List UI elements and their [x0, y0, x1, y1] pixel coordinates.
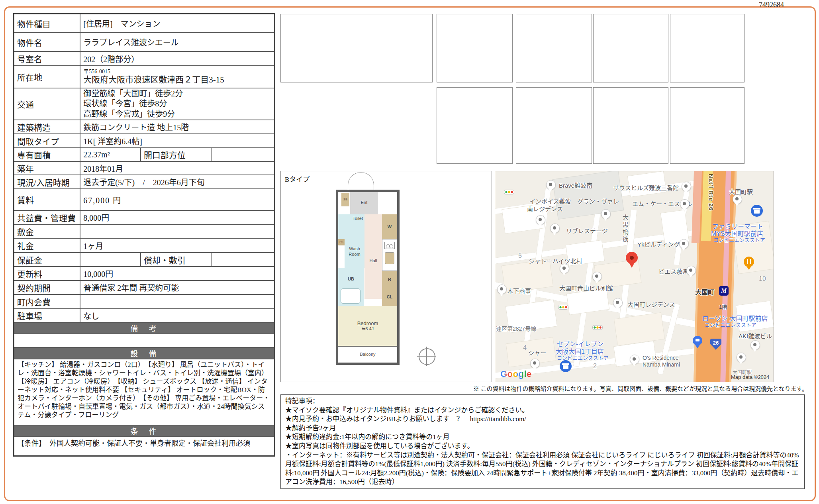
- room-kitchen: [382, 239, 397, 271]
- map-label: 大黒橋筋: [621, 214, 629, 243]
- map-building: [553, 171, 624, 220]
- kitchen-sink-icon: [385, 252, 394, 264]
- room-bedroom: Bedroom ≒6.4J: [338, 306, 397, 346]
- map-label: 木下商事: [507, 286, 531, 295]
- map-pin-light: [592, 325, 603, 330]
- map-label: 4: [523, 344, 527, 351]
- entrance-door-arc: [348, 172, 374, 190]
- photo-placeholder: [437, 14, 513, 82]
- equipment-header-row: 設 備: [14, 347, 275, 359]
- row-common-fee: 共益費・管理費 8,000円: [14, 210, 275, 224]
- map-pin-gray: [686, 266, 696, 275]
- row-property-name: 物件名 ララプレイス難波シエール: [14, 33, 275, 51]
- map-label: グラン・ヴァレ: [577, 197, 619, 205]
- map-pin-light: [504, 190, 514, 194]
- map-label: 速区第2827号線: [496, 324, 536, 332]
- map-label: 1階: [719, 303, 727, 310]
- map-label: Brave難波南: [559, 181, 592, 189]
- room-pipe-space: PS: [338, 239, 345, 245]
- floorplan-drawing: SB Ent Toilet W PS Wash Room Hall UB R C…: [336, 190, 400, 365]
- map-pin-gray: [546, 180, 556, 190]
- row-room-number: 号室名 202（2階部分）: [14, 51, 275, 66]
- photo-placeholder: [593, 14, 668, 82]
- notes-line: ★マイソク要確認『オリジナル物件資料』またはイタンジからご確認ください。: [285, 406, 800, 415]
- address-text: 大阪府大阪市浪速区敷津西２丁目3-15: [83, 75, 271, 85]
- map-disclaimer: ※ この資料は物件の概略紹介資料になります。写真、間取図面、設備、概要などが現況…: [280, 384, 808, 392]
- floorplan-type-label: Bタイプ: [285, 174, 310, 184]
- document-number: 7492684: [759, 1, 784, 9]
- map-label: シャー: [528, 348, 546, 357]
- row-parking: 駐車場 なし: [14, 309, 275, 322]
- map-pin-gray: [536, 215, 545, 225]
- google-logo: Google: [500, 369, 532, 379]
- bedroom-size: ≒6.4J: [338, 326, 397, 331]
- map-label: シャトーハイツ北村: [529, 257, 582, 265]
- compass-icon: [419, 348, 435, 365]
- map-pin-gray: [680, 199, 690, 209]
- map-label: 大国町青山ビル別館: [559, 284, 613, 292]
- map-label: 5: [518, 252, 522, 259]
- row-guarantee: 保証金 償却・敷引: [14, 253, 275, 267]
- room-washer: W: [382, 214, 397, 239]
- map-pin-gray: [682, 182, 691, 191]
- map-label: Nat'l Rte 26: [708, 174, 715, 211]
- map-building: [566, 288, 610, 315]
- row-neighborhood-fee: 町内会費: [14, 294, 275, 309]
- map-pin-metro: M: [719, 286, 729, 296]
- map-canvas: Google Map data ©2024 Brave難波南サウスヒルズ難波三番…: [495, 171, 774, 382]
- map-label: コンビニエンスストア: [713, 236, 765, 243]
- remarks-row: [14, 334, 275, 347]
- special-notes-box: 特記事項： ★マイソク要確認『オリジナル物件資料』またはイタンジからご確認くださ…: [280, 394, 805, 489]
- property-table: 物件種目 [住居用] マンション 物件名 ララプレイス難波シエール 号室名 20…: [13, 13, 275, 457]
- remarks-header-row: 備 考: [14, 322, 275, 334]
- map-label: 大国町駅: [729, 187, 753, 196]
- notes-line: ★解約予告2ヶ月: [285, 424, 800, 433]
- map-pin-gray: [550, 224, 560, 233]
- map-label: 大国町: [695, 287, 714, 296]
- map-pin-gray: [679, 239, 689, 249]
- conditions-row: 【条件】 外国人契約可能・保証人不要・単身者限定・保証会社利用必須: [14, 437, 275, 456]
- map-pin-gray: [592, 272, 602, 281]
- map-pin-gray: [601, 209, 611, 219]
- room-shoebox: SB: [341, 193, 349, 206]
- map-pin-gray: [737, 353, 746, 362]
- map-label: AKI難波ビル: [739, 331, 772, 340]
- row-area: 専有面積 22.37m² 開口部方位: [14, 148, 275, 161]
- row-rent: 賃料 67,000 円: [14, 189, 275, 210]
- row-deposit: 敷金: [14, 224, 275, 238]
- map-label: ビエス敷津: [658, 267, 688, 275]
- map-pin-light: [558, 305, 568, 310]
- map-label: インボイス難波: [529, 197, 571, 205]
- stove-icon: [384, 242, 395, 249]
- photo-placeholder: [280, 14, 433, 82]
- map-label: 南レジデンス: [527, 204, 563, 213]
- room-hall: Hall: [364, 214, 382, 299]
- map-label: コンビニエンスストア: [705, 321, 756, 328]
- row-layout-type: 間取タイプ 1K[ 洋室約6.4帖]: [14, 134, 275, 148]
- notes-line: ★室内写真は同物件別部屋を使用している場合がございます。: [285, 442, 800, 451]
- row-structure: 建築構造 鉄筋コンクリート造 地上15階: [14, 120, 275, 134]
- map-label: O's Residence: [643, 355, 679, 361]
- row-status: 現況/入居時期 退去予定(5/下) / 2026年6月下旬: [14, 175, 275, 189]
- map-pin-store: [751, 205, 763, 217]
- map-pin-gray: [530, 359, 540, 368]
- photo-placeholder: [670, 14, 745, 82]
- map-pin-gray: [497, 284, 507, 294]
- notes-line: ★内見予約・お申込みはイタンジBBよりお願いします ？ https://itan…: [285, 415, 800, 424]
- row-built-year: 築年 2018年01月: [14, 161, 275, 175]
- map-pin-store: [560, 360, 572, 372]
- room-balcony: Balcony: [338, 346, 397, 363]
- map-label: 2: [593, 363, 597, 370]
- notes-line: ★短期解約違約金:1年以内の解約につき賃料等の1ヶ月: [285, 433, 800, 442]
- notes-line: 特記事項：: [285, 397, 800, 406]
- map-pin-gray: [630, 355, 639, 364]
- row-address: 所在地 〒556-0015 大阪府大阪市浪速区敷津西２丁目3-15: [14, 66, 275, 88]
- row-renewal-fee: 更新料 10,000円: [14, 267, 275, 280]
- map-pin-bluepin: [693, 336, 702, 345]
- postal-code: 〒556-0015: [83, 69, 271, 75]
- map-pin-gray: [733, 194, 742, 204]
- row-contract-term: 契約期間 普通借家 2年間 再契約可能: [14, 280, 275, 294]
- room-toilet: Toilet: [338, 214, 364, 239]
- notes-line: ・インターネット：※有料サービス等は別途契約・法人契約可・保証会社：保証会社利用…: [285, 451, 800, 487]
- row-key-money: 礼金 1ヶ月: [14, 238, 275, 253]
